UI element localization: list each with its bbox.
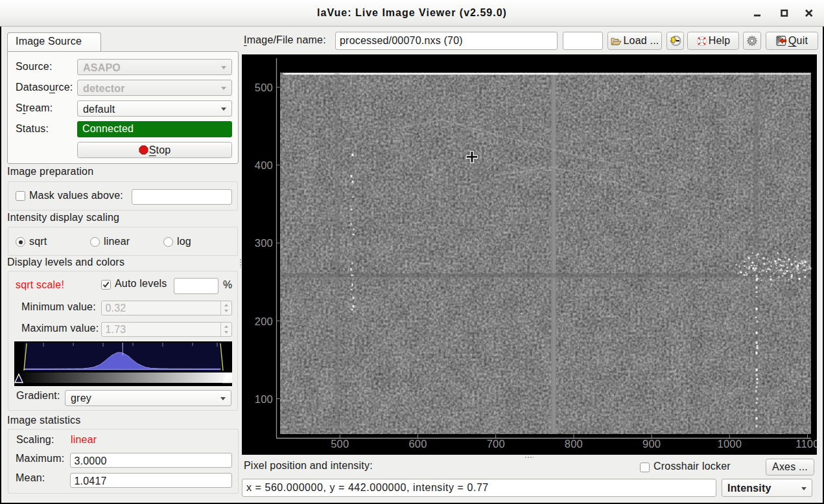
svg-text:1100: 1100 <box>795 438 817 450</box>
svg-text:500: 500 <box>255 82 273 93</box>
svg-text:500: 500 <box>331 438 349 450</box>
svg-text:300: 300 <box>255 237 273 249</box>
svg-text:900: 900 <box>642 438 661 450</box>
svg-text:1000: 1000 <box>718 438 742 450</box>
svg-text:800: 800 <box>565 438 583 450</box>
svg-text:200: 200 <box>255 315 273 327</box>
svg-text:700: 700 <box>487 438 505 450</box>
svg-text:400: 400 <box>255 159 273 171</box>
svg-text:600: 600 <box>408 438 427 450</box>
svg-text:100: 100 <box>255 393 273 405</box>
